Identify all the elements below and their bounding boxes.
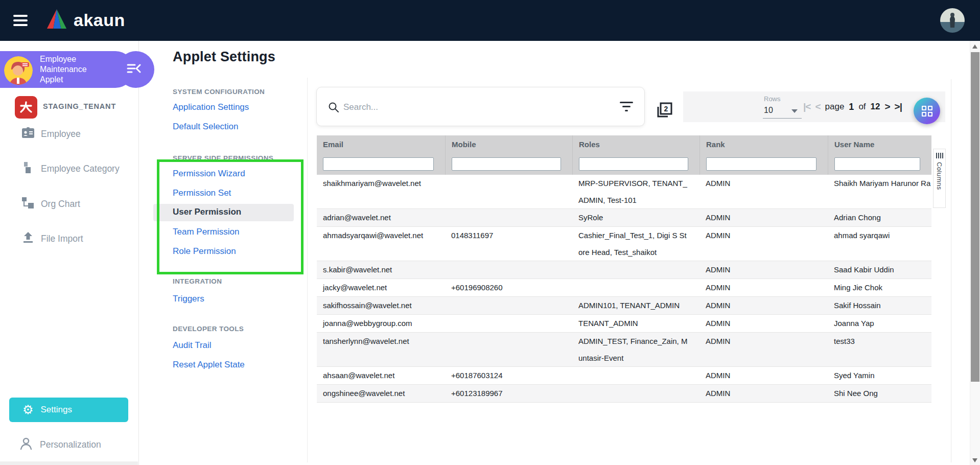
filter-input-roles[interactable]: [579, 157, 688, 171]
search-input[interactable]: [342, 97, 610, 118]
dual-view-icon[interactable]: 2: [655, 101, 674, 122]
search-box: [316, 87, 645, 126]
cell-email: tansherlynn@wavelet.net: [317, 333, 445, 366]
cell-email: joanna@webbygroup.com: [317, 315, 445, 332]
sidebar-item-tenant[interactable]: STAGING_TENANT: [0, 95, 138, 118]
settings-label: Settings: [41, 405, 72, 415]
horizontal-scrollbar[interactable]: [0, 461, 138, 465]
next-page-button[interactable]: >: [884, 101, 890, 112]
sidebar-item-employee-category[interactable]: Employee Category: [0, 157, 138, 180]
table-row[interactable]: ahmadsyarqawi@wavelet.net 0148311697 Cas…: [317, 227, 931, 261]
last-page-button[interactable]: >|: [895, 101, 902, 112]
section-developer-tools: DEVELOPER TOOLS: [173, 325, 244, 333]
cell-email: shaikhmariyam@wavelet.net: [317, 175, 445, 208]
collapse-sidebar-icon[interactable]: [127, 62, 141, 77]
table-row[interactable]: jacky@wavelet.net +60196908260 ADMIN Min…: [317, 279, 931, 297]
grid-view-button[interactable]: [914, 98, 940, 124]
cell-rank: ADMIN: [699, 315, 828, 332]
nav-link-user-permission-selected[interactable]: User Permission: [173, 207, 241, 217]
applet-pill-title: Employee Maintenance Applet: [40, 54, 110, 85]
current-page: 1: [849, 102, 854, 112]
cell-roles: [572, 279, 699, 296]
column-header-roles[interactable]: Roles: [572, 135, 699, 153]
columns-panel-tab[interactable]: Columns: [933, 149, 946, 208]
sidebar-item-employee[interactable]: Employee: [0, 123, 138, 145]
rows-per-page-select[interactable]: 10: [763, 104, 802, 119]
cell-rank: ADMIN: [699, 279, 828, 296]
nav-link-application-settings[interactable]: Application Settings: [173, 102, 249, 112]
cell-roles: [572, 261, 699, 278]
nav-link-audit-trail[interactable]: Audit Trail: [173, 340, 212, 351]
section-system-configuration: SYSTEM CONFIGURATION: [173, 88, 265, 96]
settings-button[interactable]: ⚙ Settings: [9, 398, 128, 422]
cell-email: s.kabir@wavelet.net: [317, 261, 445, 278]
cell-user-name: Joanna Yap: [828, 315, 931, 332]
cell-mobile: [445, 315, 572, 332]
column-header-mobile[interactable]: Mobile: [445, 135, 572, 153]
nav-link-default-selection[interactable]: Default Selection: [173, 122, 239, 132]
filter-icon[interactable]: [620, 102, 633, 112]
cell-mobile: +60196908260: [445, 279, 572, 296]
chevron-down-icon: [791, 109, 798, 113]
sidebar-item-label: Employee: [41, 129, 81, 140]
table-row[interactable]: ahsaan@wavelet.net +60187603124 ADMIN Sy…: [317, 367, 931, 385]
cell-mobile: 0148311697: [445, 227, 572, 261]
column-header-user-name[interactable]: User Name: [828, 135, 931, 153]
filter-input-email[interactable]: [323, 157, 434, 171]
filter-input-mobile[interactable]: [452, 157, 561, 171]
filter-input-rank[interactable]: [706, 157, 816, 171]
table-body: shaikhmariyam@wavelet.net MRP-SUPERVISOR…: [317, 175, 931, 403]
column-header-email[interactable]: Email: [317, 135, 445, 153]
akaun-triangle-icon: [45, 8, 68, 32]
cell-user-name: Syed Yamin: [828, 367, 931, 384]
nav-link-team-permission[interactable]: Team Permission: [173, 227, 239, 237]
employee-category-icon: [24, 161, 32, 176]
user-avatar[interactable]: [940, 8, 965, 33]
cell-roles: ADMIN101, TENANT_ADMIN: [572, 297, 699, 314]
table-row[interactable]: ongshinee@wavelet.net +60123189967 ADMIN…: [317, 385, 931, 403]
cell-mobile: [445, 175, 572, 208]
cell-email: sakifhossain@wavelet.net: [317, 297, 445, 314]
applet-avatar: [4, 56, 33, 85]
vertical-scrollbar[interactable]: [970, 41, 980, 465]
table-row[interactable]: shaikhmariyam@wavelet.net MRP-SUPERVISOR…: [317, 175, 931, 209]
cell-roles: [572, 367, 699, 384]
table-row[interactable]: sakifhossain@wavelet.net ADMIN101, TENAN…: [317, 297, 931, 315]
nav-content-divider: [307, 78, 308, 462]
cell-email: ahsaan@wavelet.net: [317, 367, 445, 384]
cell-rank: ADMIN: [699, 333, 828, 366]
table-row[interactable]: s.kabir@wavelet.net ADMIN Saad Kabir Udd…: [317, 261, 931, 279]
nav-link-permission-set[interactable]: Permission Set: [173, 188, 231, 198]
table-row[interactable]: joanna@webbygroup.com TENANT_ADMIN ADMIN…: [317, 315, 931, 333]
sidebar-item-file-import[interactable]: File Import: [0, 227, 138, 250]
nav-link-permission-wizard[interactable]: Permission Wizard: [173, 169, 245, 179]
content-right-border: [951, 79, 951, 462]
of-word: of: [858, 102, 866, 112]
cell-mobile: [445, 297, 572, 314]
cell-mobile: [445, 261, 572, 278]
rows-label: Rows: [764, 95, 781, 103]
cell-roles: TENANT_ADMIN: [572, 315, 699, 332]
scroll-up-arrow-icon[interactable]: [972, 44, 977, 49]
column-header-rank[interactable]: Rank: [699, 135, 828, 153]
scroll-down-arrow-icon[interactable]: [972, 458, 977, 462]
first-page-button[interactable]: |<: [803, 101, 810, 112]
brand-logo[interactable]: akaun: [45, 8, 125, 32]
table-header: Email Mobile Roles Rank User Name: [317, 135, 931, 153]
table-row[interactable]: tansherlynn@wavelet.net ADMIN_TEST, Fina…: [317, 333, 931, 367]
nav-link-role-permission[interactable]: Role Permission: [173, 246, 236, 257]
nav-link-triggers[interactable]: Triggers: [173, 294, 204, 304]
nav-link-reset-applet-state[interactable]: Reset Applet State: [173, 360, 245, 370]
cell-rank: ADMIN: [699, 385, 828, 402]
sidebar-item-label: File Import: [41, 234, 83, 244]
sidebar-item-org-chart[interactable]: Org Chart: [0, 193, 138, 215]
hamburger-menu-icon[interactable]: [13, 15, 28, 26]
cell-mobile: [445, 333, 572, 366]
table-row[interactable]: adrian@wavelet.net SyRole ADMIN Adrian C…: [317, 209, 931, 227]
sidebar-item-personalization[interactable]: Personalization: [0, 433, 138, 456]
filter-input-user-name[interactable]: [834, 157, 920, 171]
tenant-icon: [15, 96, 37, 119]
scrollbar-thumb[interactable]: [971, 52, 979, 382]
previous-page-button[interactable]: <: [815, 101, 820, 112]
table-filter-row: [317, 153, 931, 175]
